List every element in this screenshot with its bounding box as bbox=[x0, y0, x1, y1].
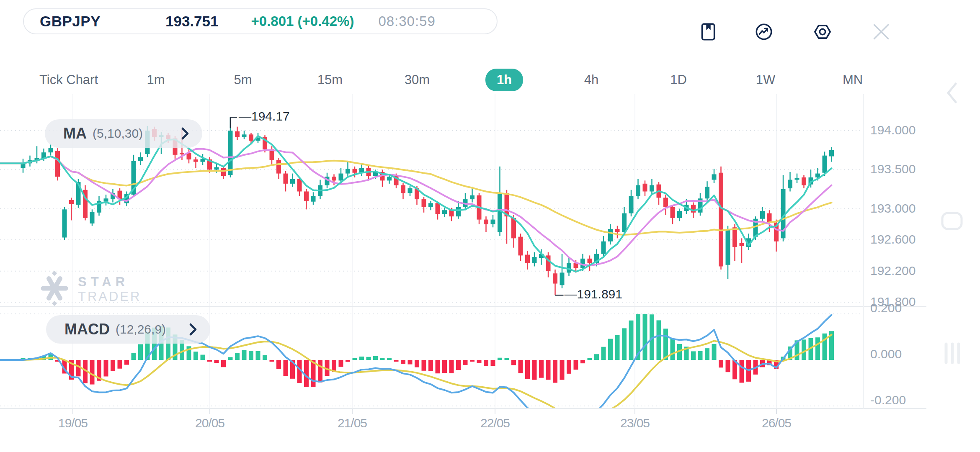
collapse-panel-button[interactable] bbox=[941, 80, 964, 107]
macd-axis-label: 0.000 bbox=[870, 347, 902, 361]
date-axis-label: 21/05 bbox=[323, 416, 382, 430]
ma-lines-layer bbox=[0, 136, 832, 272]
price-axis-label: 192.200 bbox=[870, 264, 916, 278]
chevron-right-icon bbox=[188, 322, 198, 336]
drag-handle[interactable] bbox=[941, 342, 964, 367]
ma-indicator-params: (5,10,30) bbox=[93, 126, 143, 141]
price-axis-label: 194.000 bbox=[870, 123, 916, 137]
timeframe-tabs: Tick Chart1m5m15m30m1h4h1D1WMN bbox=[25, 67, 896, 93]
watermark-text-trader: TRADER bbox=[78, 289, 141, 304]
chevron-left-icon bbox=[944, 80, 961, 107]
macd-indicator-pill[interactable]: MACD (12,26,9) bbox=[46, 315, 210, 344]
macd-axis-label: -0.200 bbox=[870, 393, 906, 407]
watermark-text-star: STAR bbox=[78, 275, 141, 289]
timeframe-tab-1w[interactable]: 1W bbox=[756, 72, 776, 87]
brand-watermark: STAR TRADER bbox=[39, 270, 141, 308]
price-axis-label: 192.600 bbox=[870, 232, 916, 247]
date-axis-label: 23/05 bbox=[606, 416, 664, 430]
timeframe-tab-tick-chart[interactable]: Tick Chart bbox=[39, 72, 98, 87]
timeframe-tab-1m[interactable]: 1m bbox=[147, 72, 165, 87]
grip-lines-icon bbox=[941, 342, 963, 367]
date-axis-label: 26/05 bbox=[747, 416, 806, 430]
annotation-connectors bbox=[230, 117, 564, 295]
timeframe-tab-1h[interactable]: 1h bbox=[485, 69, 523, 91]
macd-axis-label: 0.200 bbox=[870, 301, 902, 315]
timeframe-tab-30m[interactable]: 30m bbox=[405, 72, 430, 87]
ma-indicator-name: MA bbox=[63, 125, 87, 142]
chevron-right-icon bbox=[181, 126, 190, 141]
date-axis-label: 22/05 bbox=[466, 416, 524, 430]
timeframe-tab-1d[interactable]: 1D bbox=[670, 72, 687, 87]
macd-indicator-params: (12,26,9) bbox=[116, 322, 166, 336]
ma-indicator-pill[interactable]: MA (5,10,30) bbox=[45, 119, 202, 148]
macd-indicator-name: MACD bbox=[64, 321, 110, 338]
star-logo-icon bbox=[39, 270, 70, 308]
high-price-annotation: —194.17 bbox=[239, 109, 290, 123]
rounded-square-icon bbox=[941, 211, 963, 232]
date-axis-label: 19/05 bbox=[44, 416, 102, 430]
low-price-annotation: —191.891 bbox=[565, 287, 622, 301]
timeframe-tab-mn[interactable]: MN bbox=[843, 72, 863, 87]
trading-chart-screen: { "header": { "symbol": "GBPJPY", "price… bbox=[0, 0, 980, 452]
timeframe-tab-4h[interactable]: 4h bbox=[584, 72, 598, 87]
timeframe-tab-15m[interactable]: 15m bbox=[317, 72, 343, 87]
date-axis-label: 20/05 bbox=[181, 416, 239, 430]
screenshot-button[interactable] bbox=[940, 211, 964, 232]
timeframe-tab-5m[interactable]: 5m bbox=[234, 72, 252, 87]
price-axis-label: 193.000 bbox=[870, 201, 916, 216]
price-axis-label: 193.500 bbox=[870, 162, 916, 176]
